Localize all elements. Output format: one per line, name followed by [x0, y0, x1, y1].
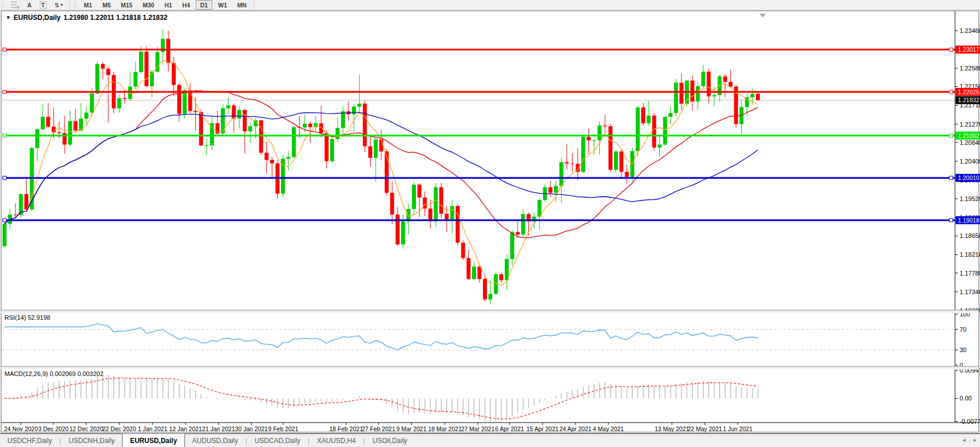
chart-area[interactable]: ▼EURUSD,Daily1.21980 1.22011 1.21818 1.2… [0, 0, 980, 433]
timeframe-group: M1M5M15M30H1H4D1W1MN [79, 0, 251, 10]
svg-text:1.21270: 1.21270 [960, 121, 980, 128]
hline-handle[interactable] [949, 176, 953, 179]
svg-text:9 Mar 2021: 9 Mar 2021 [396, 425, 426, 432]
symbol-tab-bar: USDCHF,Daily|USDCNH,DailyEURUSD,DailyAUD… [0, 433, 980, 447]
hline-handle[interactable] [3, 90, 6, 94]
symbol-dropdown-icon[interactable]: ▼ [6, 15, 11, 20]
timeframe-button-d1[interactable]: D1 [196, 0, 212, 10]
timeframe-button-m15[interactable]: M15 [116, 0, 137, 10]
svg-text:12 Jan 2021: 12 Jan 2021 [169, 425, 202, 432]
svg-text:4 May 2021: 4 May 2021 [593, 425, 624, 432]
timeframe-button-h1[interactable]: H1 [160, 0, 176, 10]
svg-text:27 Feb 2021: 27 Feb 2021 [362, 425, 396, 432]
svg-text:1.20400: 1.20400 [960, 158, 980, 165]
svg-text:1.21832: 1.21832 [958, 97, 979, 103]
hline-handle[interactable] [3, 176, 6, 179]
timeframe-button-m1[interactable]: M1 [79, 0, 97, 10]
svg-text:3 Dec 2020: 3 Dec 2020 [38, 425, 69, 432]
ohlc-values: 1.21980 1.22011 1.21818 1.21832 [64, 14, 167, 22]
svg-text:15 Apr 2021: 15 Apr 2021 [527, 425, 559, 432]
chart-svg[interactable]: ▼EURUSD,Daily1.21980 1.22011 1.21818 1.2… [0, 0, 980, 433]
panel-separator[interactable] [1, 366, 979, 369]
svg-text:13 May 2021: 13 May 2021 [655, 425, 689, 432]
symbol-tab-eurusd[interactable]: EURUSD,Daily [122, 433, 185, 447]
svg-text:-0.007778: -0.007778 [960, 418, 980, 425]
tab-scroll-nav: ◂ ▸ [962, 436, 977, 444]
svg-text:1.22580: 1.22580 [960, 65, 980, 72]
svg-text:22 Dec 2020: 22 Dec 2020 [102, 425, 136, 432]
tab-scroll-right-icon[interactable]: ▸ [973, 436, 977, 444]
svg-text:1.20840: 1.20840 [960, 139, 980, 146]
svg-text:1.18210: 1.18210 [960, 251, 980, 258]
svg-text:1.17340: 1.17340 [960, 289, 980, 295]
toolbar-separator-2 [254, 1, 254, 9]
svg-text:30 Jan 2021: 30 Jan 2021 [235, 425, 268, 432]
hline-handle[interactable] [949, 219, 953, 222]
svg-text:70: 70 [960, 326, 966, 333]
svg-text:22 May 2021: 22 May 2021 [688, 425, 722, 432]
svg-text:9 Feb 2021: 9 Feb 2021 [268, 425, 298, 432]
hline-handle[interactable] [949, 134, 953, 137]
svg-text:1.21002: 1.21002 [958, 132, 979, 139]
svg-text:1.23460: 1.23460 [960, 27, 980, 34]
text-label-tool-button[interactable]: A [24, 0, 35, 10]
chevron-down-icon: ▾ [61, 2, 63, 7]
svg-text:18 Mar 2021: 18 Mar 2021 [428, 425, 462, 432]
timeframe-button-mn[interactable]: MN [233, 0, 251, 10]
hline-handle[interactable] [3, 48, 6, 51]
svg-text:30: 30 [960, 346, 966, 353]
fibonacci-tool-button[interactable]: F [7, 0, 23, 10]
text-label-icon: A [27, 2, 32, 9]
timeframe-button-m5[interactable]: M5 [98, 0, 115, 10]
svg-text:1.19018: 1.19018 [958, 217, 979, 224]
symbol-tab-usdcnh[interactable]: USDCNH,Daily [61, 434, 122, 447]
symbol-tab-audusd[interactable]: AUDUSD,Daily [185, 434, 246, 447]
hline-handle[interactable] [949, 48, 953, 51]
hline-handle[interactable] [3, 219, 6, 222]
symbol-tab-xauusd[interactable]: XAUUSD,H4 [309, 434, 363, 447]
svg-text:24 Nov 2020: 24 Nov 2020 [4, 425, 38, 432]
timeframe-button-m30[interactable]: M30 [138, 0, 158, 10]
svg-text:1.19520: 1.19520 [960, 195, 980, 202]
svg-text:1 Jan 2021: 1 Jan 2021 [138, 425, 167, 432]
hline-handle[interactable] [3, 134, 6, 137]
symbol-tab-usdchf[interactable]: USDCHF,Daily [0, 434, 60, 447]
symbol-tab-usdcad[interactable]: USDCAD,Daily [247, 434, 308, 447]
top-toolbar: F A T ⇅ ▾ M1M5M15M30H1H4D1W1MN [0, 0, 980, 10]
timeframe-button-h4[interactable]: H4 [178, 0, 194, 10]
svg-text:1 Jun 2021: 1 Jun 2021 [723, 425, 752, 432]
tab-scroll-left-icon[interactable]: ◂ [962, 436, 966, 444]
toolbar-separator [69, 1, 70, 9]
macd-label: MACD(12,26,9) 0.002069 0.003202 [5, 370, 103, 377]
symbol-tab-usoil[interactable]: USOil,Daily [365, 434, 414, 447]
rsi-label: RSI(14) 52.9198 [5, 314, 51, 321]
svg-text:27 Mar 2021: 27 Mar 2021 [461, 425, 495, 432]
text-box-icon: T [40, 1, 47, 9]
hline-handle[interactable] [949, 90, 953, 94]
svg-text:0.00: 0.00 [960, 395, 971, 402]
svg-text:1.18650: 1.18650 [960, 232, 980, 239]
fibonacci-lines-icon: F [11, 2, 19, 9]
arrows-objects-icon: ⇅ [54, 2, 60, 9]
timeframe-button-w1[interactable]: W1 [213, 0, 232, 10]
symbol-title: EURUSD,Daily [14, 14, 61, 22]
chart-header: ▼EURUSD,Daily1.21980 1.22011 1.21818 1.2… [6, 14, 167, 22]
svg-text:6 Apr 2021: 6 Apr 2021 [495, 425, 524, 432]
objects-tool-button[interactable]: ⇅ ▾ [51, 0, 66, 10]
toolbar-grip-2[interactable] [73, 2, 77, 9]
toolbar-grip[interactable] [1, 2, 5, 9]
text-box-tool-button[interactable]: T [36, 0, 50, 10]
svg-text:1.22025: 1.22025 [958, 89, 979, 95]
svg-text:1.20010: 1.20010 [958, 174, 979, 181]
svg-text:24 Apr 2021: 24 Apr 2021 [560, 425, 592, 432]
panel-separator[interactable] [1, 310, 979, 313]
svg-text:12 Dec 2020: 12 Dec 2020 [69, 425, 103, 432]
svg-text:18 Feb 2021: 18 Feb 2021 [330, 425, 363, 432]
svg-text:1.17780: 1.17780 [960, 270, 980, 277]
svg-text:21 Jan 2021: 21 Jan 2021 [202, 425, 235, 432]
svg-text:1.23017: 1.23017 [958, 46, 979, 53]
